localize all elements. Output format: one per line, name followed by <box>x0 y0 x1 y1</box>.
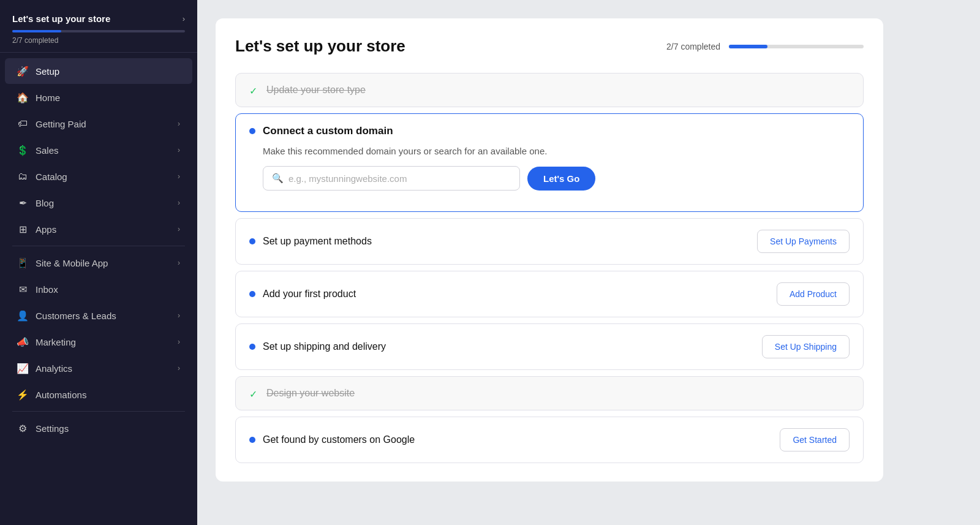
sidebar-item-inbox[interactable]: ✉ Inbox <box>5 276 192 302</box>
sidebar-item-catalog[interactable]: 🗂 Catalog › <box>5 164 192 189</box>
nav-item-left: ⚙ Settings <box>17 423 69 434</box>
nav-item-left: 📣 Marketing <box>17 336 76 347</box>
settings-icon: ⚙ <box>17 423 28 434</box>
task-label: Set up payment methods <box>263 236 372 247</box>
main-content: Let's set up your store 2/7 completed ✓ … <box>197 0 980 525</box>
store-title: Let's set up your store <box>12 13 110 24</box>
sidebar-item-settings[interactable]: ⚙ Settings <box>5 415 192 441</box>
page-title: Let's set up your store <box>235 37 405 56</box>
store-title-row[interactable]: Let's set up your store › <box>12 13 185 24</box>
customers-leads-icon: 👤 <box>17 310 28 321</box>
shipping-action-button[interactable]: Set Up Shipping <box>762 335 850 358</box>
payment-methods-action-button[interactable]: Set Up Payments <box>757 230 850 253</box>
sidebar: Let's set up your store › 2/7 completed … <box>0 0 197 525</box>
task-top: Set up payment methods <box>249 236 757 247</box>
nav-label: Catalog <box>36 172 67 182</box>
nav-chevron-icon: › <box>178 311 180 320</box>
task-item-update-store-type: ✓ Update your store type <box>235 73 864 107</box>
domain-input[interactable] <box>288 173 511 184</box>
sidebar-item-home[interactable]: 🏠 Home <box>5 85 192 110</box>
nav-label: Home <box>36 93 60 103</box>
nav-label: Sales <box>36 145 59 156</box>
task-check-icon: ✓ <box>249 85 259 95</box>
task-label: Set up shipping and delivery <box>263 341 386 352</box>
nav-item-left: ⚡ Automations <box>17 389 86 400</box>
sidebar-header: Let's set up your store › 2/7 completed <box>0 0 197 53</box>
sidebar-item-site-mobile[interactable]: 📱 Site & Mobile App › <box>5 250 192 276</box>
nav-label: Marketing <box>36 337 76 347</box>
nav-divider <box>12 411 185 412</box>
header-progress-bar-bg <box>729 45 864 48</box>
header-progress-text: 2/7 completed <box>666 42 720 51</box>
task-dot-icon <box>249 437 255 443</box>
task-label: Design your website <box>266 388 355 399</box>
nav-label: Inbox <box>36 284 58 295</box>
task-dot-icon <box>249 128 255 134</box>
marketing-icon: 📣 <box>17 336 28 347</box>
task-item-google[interactable]: Get found by customers on Google Get Sta… <box>235 417 864 463</box>
sidebar-nav: 🚀 Setup 🏠 Home 🏷 Getting Paid › 💲 Sales … <box>0 53 197 525</box>
nav-label: Automations <box>36 390 86 400</box>
task-item-connect-domain[interactable]: Connect a custom domain Make this recomm… <box>235 113 864 212</box>
sidebar-item-analytics[interactable]: 📈 Analytics › <box>5 355 192 381</box>
google-action-button[interactable]: Get Started <box>780 428 850 451</box>
nav-item-left: 🏷 Getting Paid <box>17 118 86 129</box>
search-icon: 🔍 <box>272 173 284 184</box>
sidebar-item-automations[interactable]: ⚡ Automations <box>5 382 192 407</box>
sidebar-completed-text: 2/7 completed <box>12 36 185 45</box>
nav-divider <box>12 246 185 246</box>
sidebar-progress-bar-bg <box>12 30 185 32</box>
task-top: Connect a custom domain <box>249 125 850 137</box>
nav-item-left: 🗂 Catalog <box>17 171 67 182</box>
header-progress: 2/7 completed <box>666 42 864 51</box>
card-header: Let's set up your store 2/7 completed <box>235 37 864 56</box>
setup-card: Let's set up your store 2/7 completed ✓ … <box>216 18 883 482</box>
sidebar-item-sales[interactable]: 💲 Sales › <box>5 137 192 163</box>
sidebar-item-apps[interactable]: ⊞ Apps › <box>5 216 192 242</box>
sidebar-item-blog[interactable]: ✒ Blog › <box>5 190 192 216</box>
home-icon: 🏠 <box>17 92 28 103</box>
nav-chevron-icon: › <box>178 172 180 181</box>
nav-item-left: ✉ Inbox <box>17 284 58 295</box>
nav-label: Analytics <box>36 363 72 374</box>
lets-go-button[interactable]: Let's Go <box>527 167 595 191</box>
header-progress-bar-fill <box>729 45 767 48</box>
sidebar-item-getting-paid[interactable]: 🏷 Getting Paid › <box>5 111 192 137</box>
nav-label: Site & Mobile App <box>36 258 108 268</box>
sidebar-item-marketing[interactable]: 📣 Marketing › <box>5 329 192 355</box>
analytics-icon: 📈 <box>17 363 28 374</box>
nav-chevron-icon: › <box>178 146 180 154</box>
apps-icon: ⊞ <box>17 224 28 235</box>
task-dot-icon <box>249 344 255 350</box>
nav-item-left: 📈 Analytics <box>17 363 72 374</box>
task-item-payment-methods[interactable]: Set up payment methods Set Up Payments <box>235 218 864 265</box>
nav-chevron-icon: › <box>178 364 180 372</box>
task-body: Make this recommended domain yours or se… <box>249 137 850 200</box>
store-chevron-icon: › <box>183 14 185 23</box>
inbox-icon: ✉ <box>17 284 28 295</box>
add-product-action-button[interactable]: Add Product <box>777 282 850 306</box>
setup-icon: 🚀 <box>17 66 28 77</box>
task-item-add-product[interactable]: Add your first product Add Product <box>235 271 864 317</box>
task-item-shipping[interactable]: Set up shipping and delivery Set Up Ship… <box>235 323 864 370</box>
task-check-icon: ✓ <box>249 388 259 398</box>
task-label: Get found by customers on Google <box>263 434 415 445</box>
task-description: Make this recommended domain yours or se… <box>263 146 850 156</box>
nav-label: Getting Paid <box>36 119 86 129</box>
nav-item-left: ✒ Blog <box>17 197 54 208</box>
nav-item-left: ⊞ Apps <box>17 224 56 235</box>
sidebar-item-customers-leads[interactable]: 👤 Customers & Leads › <box>5 303 192 328</box>
getting-paid-icon: 🏷 <box>17 118 28 129</box>
task-label: Add your first product <box>263 289 356 300</box>
sidebar-item-setup[interactable]: 🚀 Setup <box>5 58 192 84</box>
task-top: Get found by customers on Google <box>249 434 780 445</box>
site-mobile-icon: 📱 <box>17 257 28 268</box>
nav-label: Blog <box>36 198 54 208</box>
nav-label: Apps <box>36 224 56 235</box>
sales-icon: 💲 <box>17 145 28 156</box>
task-top: ✓ Design your website <box>249 388 850 399</box>
nav-chevron-icon: › <box>178 119 180 128</box>
nav-chevron-icon: › <box>178 198 180 207</box>
nav-label: Setup <box>36 66 59 77</box>
task-top: Set up shipping and delivery <box>249 341 762 352</box>
